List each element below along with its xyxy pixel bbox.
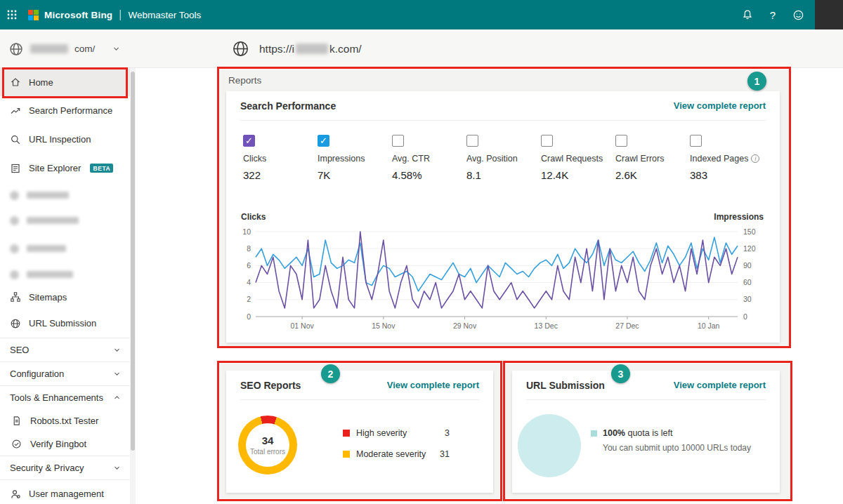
svg-text:29 Nov: 29 Nov — [453, 321, 477, 330]
url-text: https://i k.com/ — [259, 43, 362, 55]
metric-value: 2.6K — [615, 169, 690, 181]
sidebar-item-redacted[interactable] — [0, 264, 130, 285]
user-gear-icon — [10, 489, 21, 500]
card-title: Search Performance — [240, 100, 336, 112]
svg-text:15 Nov: 15 Nov — [372, 321, 396, 330]
sidebar-item-label: URL Inspection — [29, 134, 91, 145]
metric-clicks: Clicks 322 — [243, 135, 318, 181]
sidebar-item-redacted[interactable] — [0, 208, 130, 233]
sidebar-item-label: Robots.txt Tester — [30, 416, 98, 426]
scrollbar-thumb[interactable] — [131, 72, 135, 451]
site-globe-icon — [8, 41, 24, 57]
chevron-down-icon — [113, 370, 121, 378]
quota-subtext: You can submit upto 10000 URLs today — [603, 443, 766, 453]
metric-crawl-requests: Crawl Requests 12.4K — [541, 135, 615, 181]
metric-value: 383 — [690, 169, 764, 181]
notifications-bell-icon[interactable] — [735, 0, 760, 29]
document-list-icon — [10, 163, 21, 174]
metric-label: Clicks — [243, 154, 266, 164]
metric-2-checkbox[interactable] — [392, 135, 404, 147]
trending-up-icon — [10, 105, 21, 117]
quota-pie-chart — [518, 414, 581, 477]
url-globe-icon — [232, 40, 249, 58]
brand-secondary: Webmaster Tools — [128, 10, 201, 20]
sidebar-item-redacted[interactable] — [0, 233, 130, 264]
sidebar-group-configuration[interactable]: Configuration — [0, 362, 130, 385]
metric-avg-position: Avg. Position 8.1 — [466, 135, 541, 181]
metric-value: 12.4K — [541, 169, 615, 181]
view-complete-report-link[interactable]: View complete report — [387, 380, 479, 390]
sitemap-icon — [10, 291, 21, 303]
donut-total-label: Total errors — [250, 448, 285, 456]
sidebar-group-security-privacy[interactable]: Security & Privacy — [0, 456, 130, 479]
redacted-icon — [10, 191, 19, 200]
metric-value: 8.1 — [466, 169, 541, 181]
feedback-smiley-icon[interactable] — [785, 0, 811, 29]
sidebar-item-label: Tools & Enhancements — [10, 392, 103, 403]
redacted-label — [27, 245, 66, 252]
sidebar-item-redacted[interactable] — [0, 183, 130, 208]
svg-text:60: 60 — [743, 278, 752, 286]
redacted-label — [27, 192, 69, 199]
sidebar-item-verify-bingbot[interactable]: Verify Bingbot — [0, 432, 130, 456]
legend-label: Moderate severity — [356, 449, 440, 459]
sidebar-item-label: Search Performance — [29, 105, 112, 116]
donut-total-value: 34 — [262, 435, 274, 446]
metric-crawl-errors: Crawl Errors 2.6K — [615, 135, 690, 181]
svg-text:0: 0 — [247, 312, 251, 321]
redacted-icon — [10, 244, 19, 253]
svg-text:4: 4 — [247, 278, 251, 286]
profile-avatar[interactable] — [815, 0, 843, 29]
sidebar-scrollbar[interactable] — [130, 68, 136, 504]
sidebar-item-label: User management — [29, 489, 104, 499]
view-complete-report-link[interactable]: View complete report — [674, 380, 766, 390]
performance-line-chart[interactable]: 0246810030609012015001 Nov15 Nov29 Nov13… — [235, 226, 763, 335]
metric-0-checkbox[interactable] — [243, 135, 255, 147]
home-icon — [10, 77, 21, 88]
sidebar-item-home[interactable]: Home — [0, 68, 130, 96]
sidebar-item-url-submission[interactable]: URL Submission — [0, 309, 130, 338]
sidebar-item-robots-txt-tester[interactable]: Robots.txt Tester — [0, 409, 130, 432]
sidebar-item-site-explorer[interactable]: Site Explorer BETA — [0, 154, 130, 183]
redacted-icon — [10, 270, 19, 279]
chevron-up-icon — [113, 394, 121, 402]
sidebar-item-sitemaps[interactable]: Sitemaps — [0, 285, 130, 309]
sidebar-group-tools-enhancements[interactable]: Tools & Enhancements — [0, 385, 130, 409]
info-icon[interactable]: i — [751, 154, 759, 163]
sidebar-item-label: Home — [29, 77, 53, 88]
sidebar-item-label: Configuration — [10, 369, 64, 379]
sidebar-item-user-management[interactable]: User management — [0, 479, 130, 504]
metric-5-checkbox[interactable] — [615, 135, 627, 147]
metric-6-checkbox[interactable] — [690, 135, 702, 147]
waffle-menu-icon[interactable] — [0, 0, 24, 29]
svg-text:90: 90 — [743, 261, 752, 270]
sidebar-item-url-inspection[interactable]: URL Inspection — [0, 125, 130, 154]
svg-text:2: 2 — [247, 295, 251, 303]
high-severity-swatch — [343, 430, 350, 437]
chevron-down-icon — [113, 464, 121, 472]
metric-value: 322 — [243, 169, 318, 181]
svg-text:01 Nov: 01 Nov — [290, 321, 314, 330]
sidebar-group-seo[interactable]: SEO — [0, 338, 130, 362]
redacted-label — [27, 271, 73, 278]
metric-3-checkbox[interactable] — [466, 135, 478, 147]
verify-check-icon — [11, 439, 22, 450]
metric-label: Avg. Position — [466, 154, 518, 164]
legend-row-moderate-severity: Moderate severity 31 — [343, 449, 450, 459]
svg-text:27 Dec: 27 Dec — [615, 321, 639, 330]
sidebar-item-search-performance[interactable]: Search Performance — [0, 96, 130, 125]
svg-text:13 Dec: 13 Dec — [535, 321, 558, 330]
reports-section-title: Reports — [220, 69, 790, 86]
metric-4-checkbox[interactable] — [541, 135, 553, 147]
help-icon[interactable]: ? — [760, 0, 785, 29]
metric-1-checkbox[interactable] — [318, 135, 329, 147]
inspected-url: https://i k.com/ — [232, 29, 362, 68]
svg-text:150: 150 — [743, 227, 756, 236]
svg-text:30: 30 — [743, 295, 752, 303]
site-selector-dropdown[interactable]: com/ — [0, 29, 130, 68]
redacted-url-part — [296, 44, 328, 54]
view-complete-report-link[interactable]: View complete report — [674, 100, 766, 111]
svg-text:120: 120 — [743, 244, 756, 253]
quota-swatch — [591, 430, 597, 437]
chevron-down-icon — [113, 346, 121, 354]
